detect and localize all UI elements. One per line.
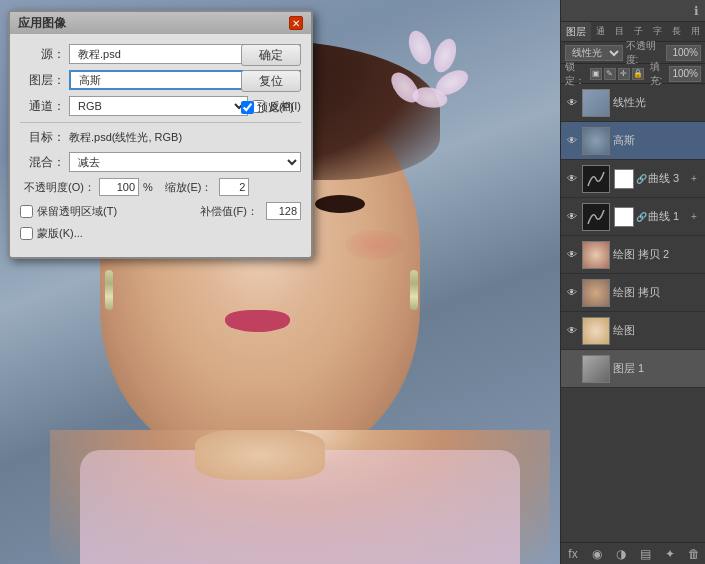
layer-link-icon: 🔗 [637, 212, 645, 222]
opacity-label: 不透明度(O)： [20, 180, 95, 195]
lock-transparent-icon[interactable]: ▣ [590, 68, 602, 80]
dialog-buttons: 确定 复位 预览(P) [241, 44, 301, 115]
layer-item[interactable]: 👁 绘图 拷贝 2 [561, 236, 705, 274]
layer-visibility-toggle[interactable]: 👁 [565, 134, 579, 148]
preserve-label: 保留透明区域(T) [37, 204, 196, 219]
channel-select[interactable]: RGB [69, 96, 248, 116]
reset-button[interactable]: 复位 [241, 70, 301, 92]
layer-thumbnail [582, 355, 610, 383]
layer-name: 绘图 拷贝 2 [613, 247, 701, 262]
layer-item[interactable]: 👁 高斯 [561, 122, 705, 160]
target-row: 目标： 教程.psd(线性光, RGB) [20, 129, 301, 146]
preserve-offset-row: 保留透明区域(T) 补偿值(F)： [20, 202, 301, 220]
layer-thumbnail [582, 203, 610, 231]
layer-mask-thumbnail [614, 207, 634, 227]
target-label: 目标： [20, 129, 65, 146]
add-style-button[interactable]: fx [565, 546, 581, 562]
layer-visibility-toggle[interactable]: 👁 [565, 286, 579, 300]
layer-plus-icon: + [687, 210, 701, 224]
layer-label: 图层： [20, 72, 65, 89]
target-value: 教程.psd(线性光, RGB) [69, 130, 182, 145]
mask-checkbox[interactable] [20, 227, 33, 240]
new-group-button[interactable]: ▤ [638, 546, 654, 562]
layer-thumbnail [582, 279, 610, 307]
dialog-title: 应用图像 [18, 15, 66, 32]
layer-name: 图层 1 [613, 361, 701, 376]
offset-label: 补偿值(F)： [200, 204, 258, 219]
opacity-number-input[interactable] [99, 178, 139, 196]
scale-input[interactable] [219, 178, 249, 196]
blend-select[interactable]: 减去 [69, 152, 301, 172]
delete-layer-button[interactable]: 🗑 [686, 546, 702, 562]
blend-label: 混合： [20, 154, 65, 171]
preview-checkbox[interactable] [241, 101, 254, 114]
layer-visibility-toggle[interactable]: 👁 [565, 172, 579, 186]
preserve-checkbox[interactable] [20, 205, 33, 218]
layer-name: 线性光 [613, 95, 701, 110]
lock-all-icon[interactable]: 🔒 [632, 68, 644, 80]
apply-image-dialog: 应用图像 ✕ 确定 复位 预览(P) 源： 教程.psd 图层： 高斯 [8, 10, 313, 259]
layer-name: 绘图 拷贝 [613, 285, 701, 300]
dialog-close-button[interactable]: ✕ [289, 16, 303, 30]
layer-thumbnail [582, 165, 610, 193]
info-icon[interactable]: ℹ [694, 4, 699, 18]
scale-label: 缩放(E)： [165, 180, 213, 195]
opacity-scale-row: 不透明度(O)： % 缩放(E)： [20, 178, 301, 196]
lock-icons: ▣ ✎ ✛ 🔒 [590, 68, 644, 80]
tab-other6[interactable]: 用 [686, 22, 705, 41]
lock-position-icon[interactable]: ✛ [618, 68, 630, 80]
layer-name: 曲线 1 [648, 209, 684, 224]
tab-layers[interactable]: 图层 [561, 22, 591, 41]
layers-list: 👁 线性光 👁 高斯 👁 🔗 曲线 3 + [561, 84, 705, 514]
layer-mask-thumbnail [614, 169, 634, 189]
mask-label: 蒙版(K)... [37, 226, 83, 241]
lock-image-icon[interactable]: ✎ [604, 68, 616, 80]
add-mask-button[interactable]: ◉ [589, 546, 605, 562]
opacity-input[interactable] [666, 45, 701, 61]
layer-visibility-toggle[interactable]: 👁 [565, 324, 579, 338]
blend-mode-row: 混合： 减去 [20, 152, 301, 172]
layer-visibility-toggle[interactable]: 👁 [565, 248, 579, 262]
tab-other1[interactable]: 通 [591, 22, 610, 41]
layer-thumbnail [582, 317, 610, 345]
panel-mini-header: ℹ [561, 0, 705, 22]
tab-other5[interactable]: 長 [667, 22, 686, 41]
layer-item[interactable]: 👁 线性光 [561, 84, 705, 122]
offset-input[interactable] [266, 202, 301, 220]
preview-row: 预览(P) [241, 100, 301, 115]
layer-name: 曲线 3 [648, 171, 684, 186]
layer-item[interactable]: 👁 图层 1 [561, 350, 705, 388]
new-layer-button[interactable]: ✦ [662, 546, 678, 562]
layer-item[interactable]: 👁 🔗 曲线 1 + [561, 198, 705, 236]
layer-name: 高斯 [613, 133, 701, 148]
layer-thumbnail [582, 89, 610, 117]
layer-item[interactable]: 👁 绘图 拷贝 [561, 274, 705, 312]
layer-item[interactable]: 👁 绘图 [561, 312, 705, 350]
layer-link-icon: 🔗 [637, 174, 645, 184]
layer-visibility-toggle[interactable]: 👁 [565, 362, 579, 376]
dialog-content: 确定 复位 预览(P) 源： 教程.psd 图层： 高斯 通道： RGB [10, 34, 311, 257]
layer-plus-icon: + [687, 172, 701, 186]
layer-name: 绘图 [613, 323, 701, 338]
opacity-unit: % [143, 181, 153, 193]
ok-button[interactable]: 确定 [241, 44, 301, 66]
layers-footer: fx ◉ ◑ ▤ ✦ 🗑 [561, 542, 705, 564]
preview-label: 预览(P) [257, 100, 294, 115]
mask-row: 蒙版(K)... [20, 226, 301, 241]
blend-mode-select[interactable]: 线性光 [565, 45, 623, 61]
dialog-titlebar: 应用图像 ✕ [10, 12, 311, 34]
new-adjustment-button[interactable]: ◑ [613, 546, 629, 562]
layer-visibility-toggle[interactable]: 👁 [565, 96, 579, 110]
dialog-divider [20, 122, 301, 123]
source-label: 源： [20, 46, 65, 63]
fill-input[interactable] [669, 66, 701, 82]
layer-thumbnail [582, 241, 610, 269]
channel-label: 通道： [20, 98, 65, 115]
fill-lock-row: 锁定： ▣ ✎ ✛ 🔒 填充: [561, 64, 705, 84]
layer-thumbnail [582, 127, 610, 155]
layer-item[interactable]: 👁 🔗 曲线 3 + [561, 160, 705, 198]
layer-visibility-toggle[interactable]: 👁 [565, 210, 579, 224]
right-panel: ℹ 图层 通 目 子 字 長 用 线性光 不透明度: 锁定： ▣ ✎ ✛ 🔒 填… [560, 0, 705, 564]
